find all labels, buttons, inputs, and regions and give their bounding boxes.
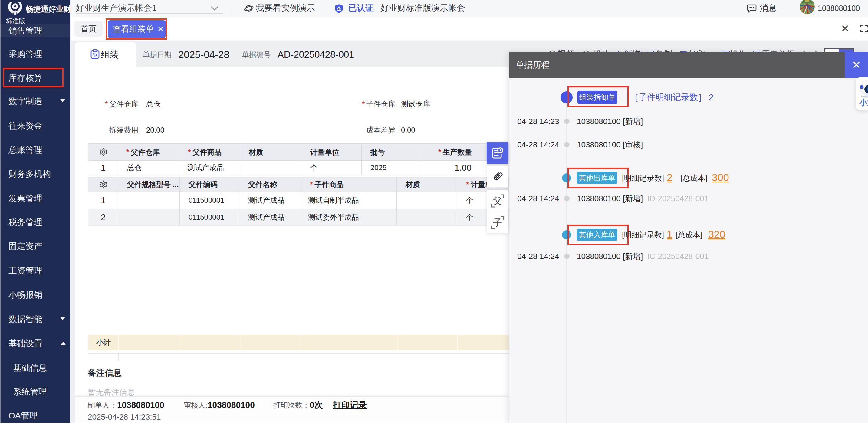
svg-text:企: 企 bbox=[336, 6, 342, 11]
